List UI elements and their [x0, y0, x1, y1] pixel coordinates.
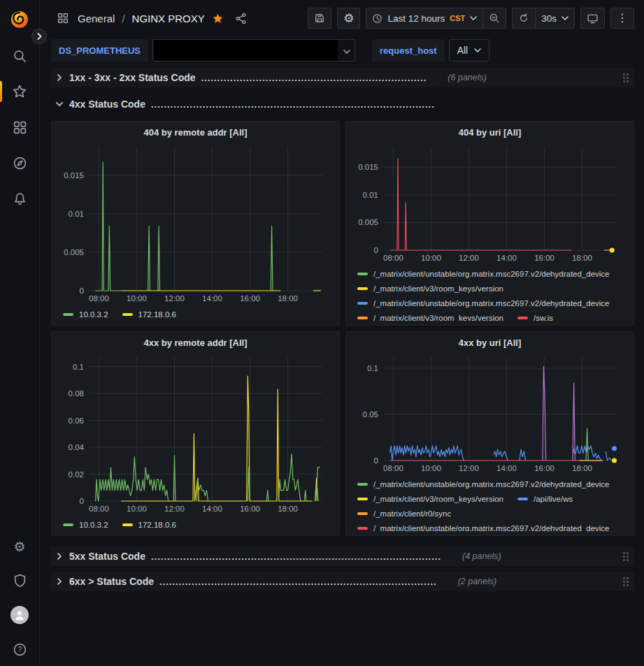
legend-item[interactable]: /_matrix/client/v3/room_keys/version — [357, 311, 503, 321]
more-options-button[interactable]: ⋮ — [610, 8, 634, 29]
refresh-button[interactable] — [512, 8, 536, 29]
legend-label: /_matrix/client/unstable/org.matrix.msc2… — [373, 296, 610, 310]
timeseries-chart[interactable]: 00.020.040.060.080.108:0010:0012:0014:00… — [59, 352, 332, 516]
legend-item[interactable]: /_matrix/client/unstable/org.matrix.msc2… — [357, 477, 610, 491]
svg-text:10:00: 10:00 — [127, 294, 147, 303]
row-title: 1xx - 3xx - 2xx Status Code — [69, 72, 196, 83]
variable-value-request-host[interactable]: All — [449, 39, 490, 61]
sidebar-item-configuration[interactable]: ⚙ — [0, 538, 39, 555]
breadcrumb-section[interactable]: General — [78, 13, 115, 24]
chart-legend: /_matrix/client/unstable/org.matrix.msc2… — [353, 475, 627, 531]
legend-swatch — [357, 287, 368, 290]
row-drag-handle[interactable] — [622, 72, 630, 84]
row-panel-count: (4 panels) — [462, 551, 501, 561]
sidebar-nav — [0, 48, 39, 207]
svg-text:12:00: 12:00 — [459, 464, 479, 472]
sidebar-item-alerting[interactable] — [0, 190, 39, 207]
legend-label: /_matrix/client/v3/room_keys/version — [373, 311, 503, 321]
timeseries-chart[interactable]: 00.050.108:0010:0012:0014:0016:0018:00 — [353, 352, 627, 475]
time-range-picker[interactable]: Last 12 hours CST — [366, 8, 483, 29]
legend-item[interactable]: /_matrix/client/unstable/org.matrix.msc2… — [357, 267, 610, 281]
row-6xx[interactable]: 6xx > Status Code ......................… — [51, 572, 634, 591]
timeseries-chart[interactable]: 00.0050.010.01508:0010:0012:0014:0016:00… — [353, 141, 627, 265]
legend-item[interactable]: /api/live/ws — [517, 492, 573, 506]
legend-item[interactable]: /_matrix/client/v3/room_keys/version — [357, 282, 503, 296]
legend-swatch — [517, 498, 528, 500]
help-icon: ? — [13, 642, 27, 657]
svg-text:08:00: 08:00 — [89, 505, 109, 513]
svg-text:0.02: 0.02 — [69, 470, 84, 479]
row-4xx[interactable]: 4xx Status Code ........................… — [51, 94, 634, 114]
svg-text:10:00: 10:00 — [421, 464, 441, 472]
kebab-icon: ⋮ — [617, 13, 628, 24]
legend-swatch — [63, 313, 73, 316]
row-5xx[interactable]: 5xx Status Code ........................… — [51, 546, 634, 566]
dashboard-settings-button[interactable]: ⚙ — [337, 8, 360, 29]
legend-item[interactable]: /_matrix/client/v3/room_keys/version — [357, 492, 503, 506]
svg-text:14:00: 14:00 — [496, 464, 517, 472]
sidebar-item-starred[interactable] — [0, 83, 39, 100]
variable-selected-value: All — [457, 45, 468, 56]
legend-item[interactable]: /_matrix/client/r0/sync — [357, 507, 451, 521]
row-1xx-3xx-2xx[interactable]: 1xx - 3xx - 2xx Status Code ............… — [51, 68, 634, 87]
legend-item[interactable]: /sw.js — [517, 311, 553, 321]
sidebar-item-server-admin[interactable] — [0, 572, 39, 589]
sidebar-item-explore[interactable] — [0, 154, 39, 171]
row-title-dots: ........................................… — [151, 551, 441, 562]
breadcrumb-separator: / — [122, 13, 124, 24]
legend-item[interactable]: 172.18.0.6 — [122, 518, 176, 531]
sidebar-item-profile[interactable] — [0, 607, 39, 623]
variable-label-ds-prometheus: DS_PROMETHEUS — [51, 39, 148, 61]
row-panel-count: (6 panels) — [448, 73, 487, 82]
legend-label: /_matrix/client/r0/sync — [373, 507, 451, 521]
sidebar-expand-button[interactable] — [31, 29, 47, 44]
tv-mode-button[interactable] — [580, 8, 605, 29]
sidebar-item-help[interactable]: ? — [0, 641, 39, 658]
legend-item[interactable]: 10.0.3.2 — [63, 518, 108, 531]
user-avatar — [10, 606, 29, 624]
svg-text:0.01: 0.01 — [69, 210, 84, 218]
dashboards-icon — [13, 120, 27, 135]
panel-title[interactable]: 4xx by uri [All] — [353, 335, 627, 352]
row-drag-handle[interactable] — [622, 551, 630, 563]
sidebar-item-dashboards[interactable] — [0, 119, 39, 136]
svg-text:18:00: 18:00 — [572, 254, 592, 262]
legend-label: /sw.js — [534, 311, 553, 321]
search-icon — [13, 49, 27, 64]
grafana-logo[interactable] — [8, 8, 31, 31]
legend-label: /api/live/ws — [534, 492, 573, 506]
svg-text:10:00: 10:00 — [127, 505, 147, 513]
dashboard-title[interactable]: NGINX PROXY — [132, 13, 205, 24]
legend-item[interactable]: 172.18.0.6 — [122, 307, 176, 321]
panel-title[interactable]: 404 by uri [All] — [353, 124, 627, 141]
sidebar-item-search[interactable] — [0, 48, 39, 64]
variable-value-ds-prometheus[interactable] — [152, 39, 355, 61]
chevron-right-icon — [55, 553, 64, 560]
svg-text:0.05: 0.05 — [363, 410, 378, 419]
legend-item[interactable]: /_matrix/client/unstable/org.matrix.msc2… — [357, 296, 610, 310]
svg-text:12:00: 12:00 — [164, 505, 185, 513]
grafana-app: ⚙ ? General / NGINX PROX — [0, 0, 644, 666]
legend-item[interactable]: 10.0.3.2 — [63, 307, 108, 321]
refresh-interval-picker[interactable]: 30s — [535, 8, 575, 29]
legend-item[interactable]: /_matrix/client/unstable/org.matrix.msc2… — [357, 521, 610, 531]
top-nav: General / NGINX PROXY ⚙ — [40, 0, 644, 36]
panel-title[interactable]: 4xx by remote addr [All] — [59, 335, 332, 352]
time-picker-group: Last 12 hours CST — [366, 8, 506, 29]
legend-label: 10.0.3.2 — [79, 307, 108, 321]
panel-title[interactable]: 404 by remote addr [All] — [59, 124, 332, 141]
timeseries-chart[interactable]: 00.0050.010.01508:0010:0012:0014:0016:00… — [59, 141, 332, 305]
svg-text:0.015: 0.015 — [358, 163, 378, 171]
svg-text:0: 0 — [80, 497, 84, 505]
svg-text:0: 0 — [374, 246, 378, 254]
row-drag-handle[interactable] — [622, 576, 630, 588]
share-icon[interactable] — [235, 13, 247, 24]
zoom-out-time-button[interactable] — [482, 8, 506, 29]
save-dashboard-button[interactable] — [308, 8, 331, 29]
svg-text:0.005: 0.005 — [64, 248, 84, 256]
legend-swatch — [63, 523, 73, 526]
panels-grid: 404 by remote addr [All] 00.0050.010.015… — [51, 121, 634, 536]
favorite-star-icon[interactable] — [212, 13, 224, 24]
variable-label-request-host: request_host — [372, 39, 445, 61]
refresh-icon — [518, 13, 529, 24]
